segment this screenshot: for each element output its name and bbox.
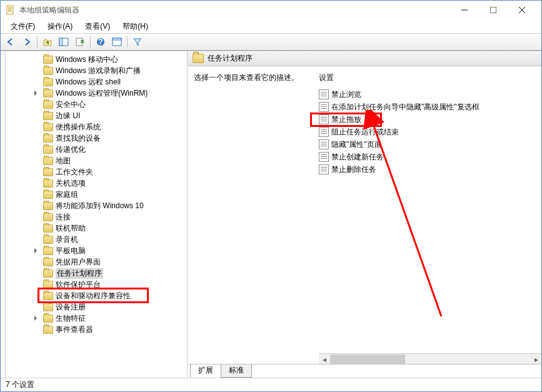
- settings-list: 禁止浏览在添加计划任务向导中隐藏"高级属性"复选框禁止拖放阻止任务运行或结束隐藏…: [319, 88, 541, 353]
- tree-item-label: 关机选项: [56, 178, 86, 189]
- folder-icon: [43, 191, 53, 199]
- app-icon: [6, 5, 16, 15]
- right-pane: 任务计划程序 选择一个项目来查看它的描述。 设置 禁止浏览在添加计划任务向导中隐…: [188, 51, 541, 378]
- filter-button[interactable]: [130, 35, 145, 49]
- tree-item[interactable]: Windows 移动中心: [6, 54, 187, 65]
- tree-item[interactable]: 工作文件夹: [6, 166, 187, 178]
- folder-icon: [43, 292, 53, 300]
- setting-item[interactable]: 禁止创建新任务: [319, 151, 541, 163]
- tree-item-label: 设备注册: [56, 302, 86, 313]
- tree-item[interactable]: 软件保护平台: [6, 279, 187, 290]
- tree-item[interactable]: Windows 游戏录制和广播: [6, 65, 187, 76]
- close-button[interactable]: [508, 1, 536, 19]
- folder-icon: [43, 67, 53, 75]
- tree[interactable]: Windows 移动中心Windows 游戏录制和广播Windows 远程 sh…: [6, 51, 187, 378]
- tree-item-label: 平板电脑: [56, 246, 86, 256]
- setting-item[interactable]: 禁止删除任务: [319, 163, 541, 176]
- left-gutter: [1, 51, 6, 378]
- folder-icon: [43, 314, 53, 323]
- settings-column: 设置 禁止浏览在添加计划任务向导中隐藏"高级属性"复选框禁止拖放阻止任务运行或结…: [319, 70, 541, 364]
- tree-item[interactable]: 连接: [6, 211, 187, 223]
- tree-item[interactable]: 边缘 UI: [6, 110, 187, 121]
- tree-item-label: Windows 远程 shell: [56, 77, 121, 88]
- folder-icon: [43, 303, 53, 311]
- tree-item-label: 设备和驱动程序兼容性: [56, 291, 131, 301]
- tree-item[interactable]: 查找我的设备: [6, 133, 187, 144]
- toolbar: ?: [1, 33, 541, 51]
- folder-icon: [43, 236, 53, 244]
- tree-item-label: 录音机: [56, 234, 78, 245]
- tab-extended[interactable]: 扩展: [190, 364, 221, 378]
- tree-item[interactable]: 设备和驱动程序兼容性: [6, 290, 187, 301]
- tree-item-label: 安全中心: [56, 99, 86, 110]
- svg-rect-16: [113, 38, 121, 40]
- status-text: 7 个设置: [6, 379, 34, 390]
- right-header: 任务计划程序: [188, 51, 541, 66]
- svg-rect-6: [490, 7, 496, 13]
- tree-item[interactable]: 传递优化: [6, 144, 187, 155]
- menu-help[interactable]: 帮助(H): [118, 20, 153, 33]
- folder-icon: [43, 112, 53, 120]
- tree-item[interactable]: 任务计划程序: [6, 268, 187, 279]
- tree-item-label: 连接: [56, 212, 71, 223]
- tree-item[interactable]: 凭据用户界面: [6, 256, 187, 268]
- window-controls: [450, 1, 536, 19]
- folder-icon: [193, 54, 204, 63]
- show-hide-tree-button[interactable]: [56, 35, 71, 49]
- setting-item[interactable]: 隐藏"属性"页面: [319, 138, 541, 151]
- folder-icon: [43, 146, 53, 154]
- tree-item[interactable]: 生物特征: [6, 313, 187, 324]
- menu-file[interactable]: 文件(F): [6, 20, 40, 33]
- settings-hscroll[interactable]: ◂ ▸: [319, 353, 541, 364]
- setting-item[interactable]: 禁止浏览: [319, 88, 541, 101]
- tree-item[interactable]: Windows 远程 shell: [6, 76, 187, 88]
- folder-icon: [43, 326, 53, 334]
- tree-item[interactable]: 将功能添加到 Windows 10: [6, 200, 187, 211]
- tree-item[interactable]: 设备注册: [6, 301, 187, 313]
- folder-icon: [43, 258, 53, 266]
- tree-item[interactable]: 事件查看器: [6, 324, 187, 335]
- tree-item[interactable]: 关机选项: [6, 178, 187, 189]
- setting-item[interactable]: 阻止任务运行或结束: [319, 126, 541, 138]
- tree-item[interactable]: 录音机: [6, 234, 187, 245]
- tree-item[interactable]: 地图: [6, 155, 187, 166]
- right-header-title: 任务计划程序: [208, 53, 253, 64]
- setting-item[interactable]: 禁止拖放: [319, 113, 541, 126]
- maximize-button[interactable]: [479, 1, 508, 19]
- description-prompt: 选择一个项目来查看它的描述。: [194, 73, 319, 83]
- forward-button[interactable]: [19, 35, 34, 49]
- folder-icon: [43, 157, 53, 165]
- policy-icon: [319, 89, 329, 99]
- scroll-right-icon[interactable]: ▸: [531, 354, 541, 364]
- properties-button[interactable]: [109, 35, 124, 49]
- tree-item-label: 任务计划程序: [56, 268, 103, 279]
- setting-label: 禁止删除任务: [331, 164, 376, 175]
- menubar: 文件(F) 操作(A) 查看(V) 帮助(H): [1, 19, 541, 33]
- menu-view[interactable]: 查看(V): [80, 20, 115, 33]
- scroll-track[interactable]: [329, 354, 531, 364]
- titlebar: 本地组策略编辑器: [1, 1, 541, 19]
- up-level-button[interactable]: [40, 35, 55, 49]
- tree-item[interactable]: Windows 远程管理(WinRM): [6, 88, 187, 99]
- tree-item[interactable]: 家庭组: [6, 189, 187, 200]
- policy-icon: [319, 152, 329, 162]
- back-button[interactable]: [3, 35, 18, 49]
- tree-item-label: 查找我的设备: [56, 133, 101, 144]
- setting-item[interactable]: 在添加计划任务向导中隐藏"高级属性"复选框: [319, 101, 541, 113]
- tree-item[interactable]: 安全中心: [6, 99, 187, 110]
- tree-item-label: 工作文件夹: [56, 167, 93, 178]
- toolbar-separator: [127, 36, 128, 48]
- menu-action[interactable]: 操作(A): [43, 20, 78, 33]
- tree-item[interactable]: 便携操作系统: [6, 121, 187, 133]
- scroll-thumb[interactable]: [330, 354, 405, 364]
- tree-item-label: Windows 移动中心: [56, 54, 118, 65]
- folder-icon: [43, 213, 53, 221]
- export-list-button[interactable]: [73, 35, 88, 49]
- minimize-button[interactable]: [450, 1, 479, 19]
- scroll-left-icon[interactable]: ◂: [319, 354, 329, 364]
- help-button[interactable]: ?: [93, 35, 108, 49]
- tree-item[interactable]: 平板电脑: [6, 245, 187, 256]
- policy-icon: [319, 139, 329, 149]
- tree-item[interactable]: 联机帮助: [6, 223, 187, 234]
- tab-standard[interactable]: 标准: [221, 364, 252, 378]
